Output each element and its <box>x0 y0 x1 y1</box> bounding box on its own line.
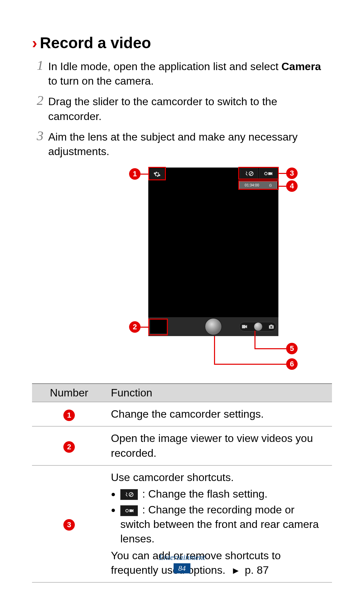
step-text-bold: Camera <box>281 60 321 72</box>
info-highlight-box <box>238 180 279 190</box>
svg-point-9 <box>126 509 128 512</box>
callout-2: 2 <box>129 321 141 333</box>
row1-func-cell: Change the camcorder settings. <box>106 402 332 426</box>
recording-mode-icon <box>124 507 134 514</box>
step-text: Drag the slider to the camcorder to swit… <box>48 94 332 123</box>
header-number: Number <box>32 384 106 402</box>
step-number: 1 <box>32 59 48 72</box>
mode-slider <box>239 322 276 331</box>
callout-dot-1: 1 <box>63 410 75 421</box>
svg-rect-3 <box>242 325 245 328</box>
table-header-row: Number Function <box>32 384 332 402</box>
step-2: 2 Drag the slider to the camcorder to sw… <box>32 94 332 123</box>
flash-off-inline-icon <box>120 489 138 500</box>
heading-title: Record a video <box>40 34 151 52</box>
table-row: 2 Open the image viewer to view videos y… <box>32 426 332 465</box>
table-row: 1 Change the camcorder settings. <box>32 402 332 426</box>
step-text-prefix: Aim the lens at the subject and make any… <box>48 131 298 157</box>
callout-dot-3: 3 <box>63 519 75 531</box>
step-1: 1 In Idle mode, open the application lis… <box>32 59 332 88</box>
leader-5v <box>254 331 255 349</box>
thumb-highlight-box <box>148 319 168 335</box>
phone-screen: 01:34:00 ⎙ <box>148 168 278 336</box>
row1-num-cell: 1 <box>32 402 106 426</box>
settings-highlight-box <box>148 167 166 180</box>
callout-6: 6 <box>286 358 298 370</box>
row3-bullet-2: : Change the recording mode or switch be… <box>120 503 327 546</box>
leader-1 <box>141 174 149 175</box>
row3-bullet1-text: : Change the flash setting. <box>139 488 268 500</box>
page-number: 84 <box>174 563 190 573</box>
slider-knob <box>254 323 262 331</box>
chevron-icon: › <box>32 34 37 52</box>
step-text-suffix: to turn on the camera. <box>48 75 154 87</box>
leader-4 <box>279 186 286 187</box>
step-3: 3 Aim the lens at the subject and make a… <box>32 129 332 159</box>
svg-point-6 <box>270 326 272 328</box>
leader-6v <box>214 336 215 364</box>
svg-rect-5 <box>270 325 272 326</box>
row3-intro: Use camcorder shortcuts. <box>111 470 327 485</box>
leader-6h <box>214 364 286 365</box>
callout-dot-2: 2 <box>63 441 75 453</box>
step-text-prefix: In Idle mode, open the application list … <box>48 60 281 72</box>
callout-5: 5 <box>286 343 298 354</box>
leader-3 <box>279 173 286 174</box>
callout-4: 4 <box>286 180 298 192</box>
camera-icon <box>269 324 274 329</box>
shortcuts-highlight-box <box>238 167 279 180</box>
camcorder-diagram: 01:34:00 ⎙ 1 3 4 <box>32 164 332 373</box>
step-text: In Idle mode, open the application list … <box>48 59 332 88</box>
camcorder-icon <box>242 324 248 329</box>
step-text-prefix: Drag the slider to the camcorder to swit… <box>48 95 277 122</box>
callout-3: 3 <box>286 168 298 179</box>
flash-off-icon <box>124 491 134 498</box>
callout-1: 1 <box>129 168 141 180</box>
shutter-button <box>205 318 222 335</box>
page-footer: Entertainment 84 <box>0 553 364 573</box>
step-number: 2 <box>32 94 48 107</box>
svg-line-8 <box>130 493 132 496</box>
row3-bullet2-text: : Change the recording mode or switch be… <box>120 504 319 545</box>
footer-category: Entertainment <box>0 553 364 562</box>
section-heading: › Record a video <box>32 34 332 52</box>
leader-5h <box>254 348 286 349</box>
recording-mode-inline-icon <box>120 505 138 516</box>
row3-bullet-1: : Change the flash setting. <box>120 487 327 501</box>
leader-2 <box>141 327 149 328</box>
step-text: Aim the lens at the subject and make any… <box>48 129 332 159</box>
row2-num-cell: 2 <box>32 426 106 465</box>
row2-func-cell: Open the image viewer to view videos you… <box>106 426 332 465</box>
step-number: 3 <box>32 129 48 143</box>
header-function: Function <box>106 384 332 402</box>
